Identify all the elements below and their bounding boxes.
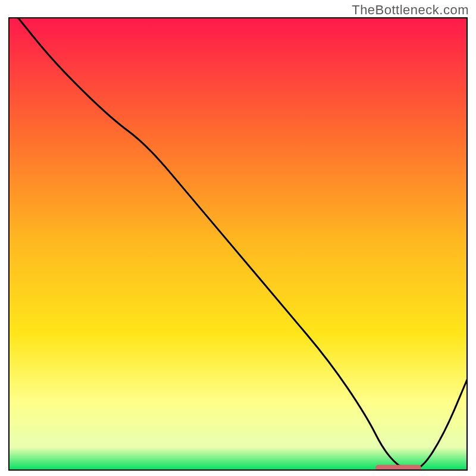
bottleneck-chart <box>0 0 476 476</box>
chart-stage: TheBottleneck.com <box>0 0 476 476</box>
watermark-text: TheBottleneck.com <box>352 2 469 18</box>
